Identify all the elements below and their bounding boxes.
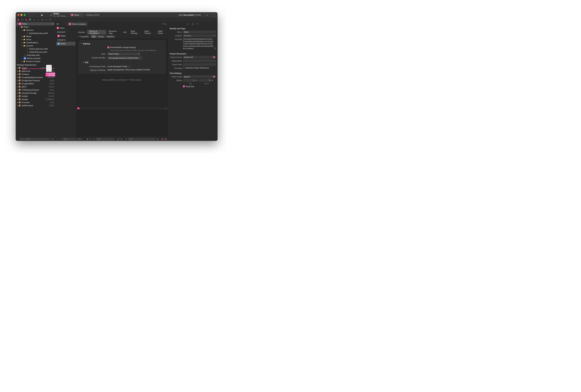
name-input[interactable]	[183, 31, 216, 33]
package-row[interactable]: ▶📦Promises2.4.0	[16, 101, 55, 104]
console-filter-input[interactable]	[128, 138, 156, 140]
file-notesapp[interactable]: ⟆NotesApp.swift	[16, 53, 55, 57]
tab-resource-tags[interactable]: Resource Tags	[107, 30, 121, 35]
variables-view[interactable]	[76, 110, 122, 137]
split-editor-button[interactable]: ◫	[165, 23, 167, 25]
dock-icon[interactable]: ▭	[165, 107, 167, 109]
tab-build-rules[interactable]: Build Rules	[156, 30, 168, 35]
navigator-filter-input[interactable]	[26, 138, 48, 140]
tab-notes-xcodeproj[interactable]: A Notes.xcodeproj	[67, 22, 88, 26]
file-notes-repository[interactable]: ⟆NotesRepository.swift	[16, 32, 55, 35]
bookmark-navigator-icon[interactable]: 🔖	[25, 18, 28, 21]
project-row[interactable]: ANotes	[56, 34, 75, 38]
wrap-lines-checkbox[interactable]: ✓	[183, 85, 185, 87]
package-row[interactable]: ▶📦GTMSessionFetcher3.4.1	[16, 88, 55, 91]
refresh-icon[interactable]: ⟲	[162, 23, 164, 25]
add-file-button[interactable]: ＋	[16, 138, 18, 140]
filter-pill[interactable]: ◷ ⌕	[19, 138, 50, 140]
indent-width-stepper[interactable]: ▲▼	[198, 79, 213, 82]
tab-build-settings[interactable]: Build Settings	[129, 30, 142, 35]
target-row-notes[interactable]: ANotes	[56, 42, 75, 45]
tab-signing-capabilities[interactable]: Signing & Capabilities	[87, 30, 106, 35]
package-row[interactable]: ▶📦abseil1.2024011601.1	[16, 66, 55, 69]
toggle-inspector-button[interactable]	[211, 13, 216, 16]
add-button[interactable]: ＋	[206, 13, 208, 16]
location-dropdown[interactable]: Absolute⇅	[183, 34, 216, 37]
scm-status-filter-button[interactable]: ⊟	[52, 138, 54, 140]
file-noteslistscreen[interactable]: ⟆NotesListScreen.swift	[16, 47, 55, 50]
chevron-down-icon[interactable]: ▼	[83, 61, 84, 63]
package-row[interactable]: ▶📦gRPC1.62.2	[16, 85, 55, 88]
breakpoint-navigator-icon[interactable]: ▭	[45, 18, 48, 21]
auto-manage-signing-checkbox[interactable]: ✓	[108, 46, 109, 48]
minimize-window-button[interactable]	[20, 14, 22, 16]
project-format-dropdown[interactable]: Xcode 14.0⇅	[183, 56, 216, 59]
project-navigator-icon[interactable]: ▦	[17, 18, 20, 21]
tab-info[interactable]: Info	[122, 31, 128, 34]
add-target-button[interactable]: ＋	[56, 138, 58, 140]
folder-screens[interactable]: ▼📁Screens	[16, 44, 55, 47]
debug-navigator-icon[interactable]: ⊟	[41, 18, 44, 21]
minimize-refs-checkbox[interactable]	[183, 67, 185, 69]
package-row[interactable]: ▶📦InteropForGoogle100.0.0	[16, 91, 55, 95]
tab-build-phases[interactable]: Build Phases	[143, 30, 156, 35]
close-window-button[interactable]	[18, 14, 19, 16]
console-view[interactable]	[122, 110, 168, 137]
info-icon[interactable]: ⓘ	[128, 65, 130, 68]
package-row[interactable]: ▶📦GoogleAppMeasurement10.24.0	[16, 76, 55, 79]
test-navigator-icon[interactable]: ◇	[37, 18, 40, 21]
bundle-identifier-input[interactable]	[108, 56, 142, 59]
issue-navigator-icon[interactable]: △	[33, 18, 36, 21]
file-noteeditscreen[interactable]: ⟆NoteEditScreen.swift	[16, 50, 55, 53]
help-inspector-icon[interactable]: ?	[196, 23, 199, 25]
toggle-navigator-button[interactable]	[29, 13, 33, 16]
folder-notes[interactable]: ▼📁Notes	[16, 25, 55, 28]
package-row[interactable]: ▶📦SwiftProtobuf1.26.0	[16, 104, 55, 107]
metadata-icon[interactable]: ⊞	[120, 138, 122, 140]
file-inspector-icon[interactable]: ▯	[186, 23, 190, 25]
configuration-segmented-control[interactable]: All Debug Release	[91, 35, 116, 38]
source-control-navigator-icon[interactable]: ⊡	[21, 18, 24, 21]
folder-views[interactable]: ▶📁Views	[16, 38, 55, 41]
folder-preview-content[interactable]: ▶📁Preview Content	[16, 60, 55, 63]
chevron-down-icon[interactable]: ▼	[80, 43, 82, 44]
run-button[interactable]: ▶	[41, 13, 43, 16]
related-items-button[interactable]: ▦	[56, 22, 59, 25]
seg-release[interactable]: Release	[105, 35, 116, 38]
package-row[interactable]: ▶📦nanopb2.30910.0	[16, 98, 55, 101]
folder-services[interactable]: ▼📁Services	[16, 28, 55, 32]
reveal-in-finder-button[interactable]: →	[214, 47, 216, 50]
recent-filter-button[interactable]: ◷	[50, 138, 52, 140]
package-row[interactable]: ▶📦GoogleUtilities7.13.1	[16, 82, 55, 85]
back-button[interactable]: 〈	[60, 22, 63, 25]
seg-all[interactable]: All	[91, 35, 96, 38]
package-row[interactable]: ▶📦AppCheck10.19.0	[16, 69, 55, 73]
left-pane-toggle[interactable]: ◧	[161, 138, 164, 140]
tab-width-stepper[interactable]: ▲▼	[183, 79, 198, 82]
add-capability-button[interactable]: ＋Capability	[78, 35, 89, 38]
package-row[interactable]: ▶📦GoogleDataTransport9.4.0	[16, 79, 55, 82]
view-icon[interactable]: ◉	[86, 138, 88, 140]
view-icon[interactable]: ◉	[117, 138, 120, 140]
folder-viewmodifiers[interactable]: ▶📁ViewModifiers	[16, 41, 55, 44]
class-prefix-input[interactable]	[183, 63, 216, 66]
scheme-selector[interactable]: A Notes 〉	[70, 13, 84, 16]
file-assets[interactable]: ◫Assets.xcassets	[16, 57, 55, 60]
find-navigator-icon[interactable]: 🔍	[29, 18, 32, 21]
report-navigator-icon[interactable]: ☰	[49, 18, 52, 21]
indent-using-dropdown[interactable]: Spaces⇅	[183, 75, 216, 78]
package-row[interactable]: ▶📦leveldb1.22.5	[16, 95, 55, 98]
auto-label[interactable]: Auto	[77, 138, 80, 140]
right-pane-toggle[interactable]: ◨	[164, 138, 167, 140]
remove-target-button[interactable]: －	[58, 138, 60, 140]
zoom-window-button[interactable]	[24, 14, 26, 16]
seg-debug[interactable]: Debug	[96, 35, 105, 38]
project-root[interactable]: ▼A Notes M	[16, 22, 54, 25]
device-selector[interactable]: ▯ iPhone 15 Pro	[85, 14, 100, 16]
history-inspector-icon[interactable]: ◷	[191, 23, 194, 25]
forward-button[interactable]: 〉	[63, 22, 66, 25]
trash-icon[interactable]: 🗑	[156, 138, 159, 140]
team-dropdown[interactable]: Peter Friese▲▼	[108, 52, 140, 55]
breakpoint-tab-icon[interactable]	[77, 107, 80, 109]
organization-input[interactable]	[183, 59, 216, 62]
